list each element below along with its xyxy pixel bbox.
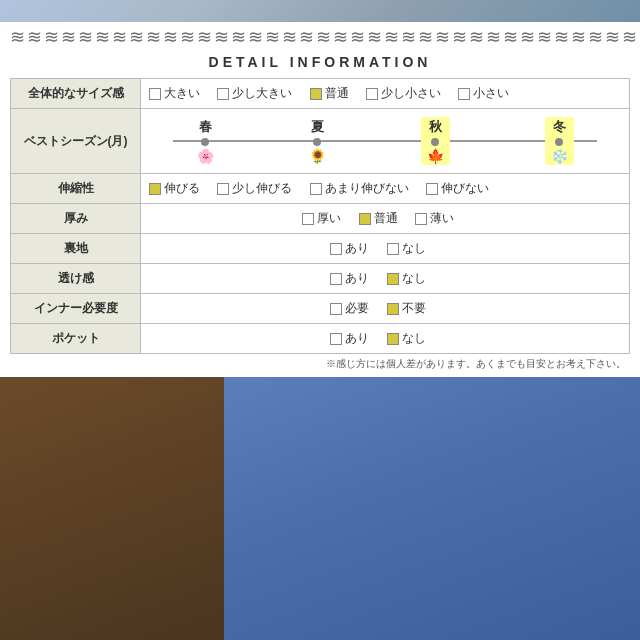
bottom-image (0, 377, 640, 640)
checkbox-empty (302, 213, 314, 225)
spring-icon: 🌸 (197, 148, 214, 164)
season-autumn: 秋 🍁 (421, 117, 450, 165)
row-content: 大きい 少し大きい 普通 少し小さい 小さい (141, 79, 630, 109)
season-winter-label: 冬 (553, 118, 566, 136)
checkbox-selected (387, 273, 399, 285)
checkbox-selected (387, 333, 399, 345)
season-autumn-label: 秋 (429, 118, 442, 136)
page-wrapper: ≋≋≋≋≋≋≋≋≋≋≋≋≋≋≋≋≋≋≋≋≋≋≋≋≋≋≋≋≋≋≋≋≋≋≋≋≋≋≋≋… (0, 0, 640, 640)
option-item: 伸びない (426, 180, 489, 197)
season-spring: 春 🌸 (197, 118, 214, 164)
option-item: 伸びる (149, 180, 200, 197)
option-item: 少し小さい (366, 85, 441, 102)
checkbox-selected (359, 213, 371, 225)
option-item: あり (330, 330, 369, 347)
summer-icon: 🌻 (309, 148, 326, 164)
section-title: DETAIL INFORMATION (10, 48, 630, 78)
table-row: 伸縮性 伸びる 少し伸びる あまり伸びない 伸びない (11, 174, 630, 204)
option-item: 不要 (387, 300, 426, 317)
checkbox-selected (149, 183, 161, 195)
row-label: 裏地 (11, 234, 141, 264)
table-row: 裏地 あり なし (11, 234, 630, 264)
season-dot (201, 138, 209, 146)
row-label: ポケット (11, 324, 141, 354)
season-dot (431, 138, 439, 146)
option-item: あまり伸びない (310, 180, 409, 197)
info-section: DETAIL INFORMATION 全体的なサイズ感 大きい 少し大きい 普通… (0, 48, 640, 377)
table-row: 全体的なサイズ感 大きい 少し大きい 普通 少し小さい 小さい (11, 79, 630, 109)
checkbox-empty (366, 88, 378, 100)
checkbox-empty (330, 273, 342, 285)
checkbox-selected (387, 303, 399, 315)
option-item: 普通 (359, 210, 398, 227)
checkbox-empty (458, 88, 470, 100)
season-timeline: 春 🌸 夏 🌻 秋 (149, 115, 621, 167)
row-label: インナー必要度 (11, 294, 141, 324)
checkbox-empty (330, 243, 342, 255)
checkbox-empty (330, 333, 342, 345)
row-content: 厚い 普通 薄い (141, 204, 630, 234)
option-item: なし (387, 240, 426, 257)
rit-area (0, 377, 173, 640)
option-item: あり (330, 270, 369, 287)
option-item: 少し伸びる (217, 180, 292, 197)
option-item: 普通 (310, 85, 349, 102)
row-label: ベストシーズン(月) (11, 109, 141, 174)
season-dot (555, 138, 563, 146)
option-item: 厚い (302, 210, 341, 227)
checkbox-empty (415, 213, 427, 225)
checkbox-selected (310, 88, 322, 100)
table-row: インナー必要度 必要 不要 (11, 294, 630, 324)
row-content: 必要 不要 (141, 294, 630, 324)
top-image-bar (0, 0, 640, 22)
option-item: なし (387, 330, 426, 347)
option-item: 小さい (458, 85, 509, 102)
table-row: ポケット あり なし (11, 324, 630, 354)
checkbox-empty (149, 88, 161, 100)
row-content: あり なし (141, 234, 630, 264)
option-item: 少し大きい (217, 85, 292, 102)
row-label: 伸縮性 (11, 174, 141, 204)
image-blue-segment (224, 377, 640, 640)
row-label: 全体的なサイズ感 (11, 79, 141, 109)
detail-table: 全体的なサイズ感 大きい 少し大きい 普通 少し小さい 小さい ベストシーズン(… (10, 78, 630, 354)
season-summer-label: 夏 (311, 118, 324, 136)
checkbox-empty (217, 183, 229, 195)
checkbox-empty (217, 88, 229, 100)
row-label: 厚み (11, 204, 141, 234)
option-item: なし (387, 270, 426, 287)
deco-border: ≋≋≋≋≋≋≋≋≋≋≋≋≋≋≋≋≋≋≋≋≋≋≋≋≋≋≋≋≋≋≋≋≋≋≋≋≋≋≋≋ (0, 22, 640, 48)
note-text: ※感じ方には個人差があります。あくまでも目安とお考え下さい。 (10, 354, 630, 373)
season-dot (313, 138, 321, 146)
checkbox-empty (330, 303, 342, 315)
season-line (173, 140, 598, 142)
autumn-icon: 🍁 (427, 148, 444, 164)
table-row: 透け感 あり なし (11, 264, 630, 294)
season-winter: 冬 ❄️ (545, 117, 574, 165)
row-content: あり なし (141, 264, 630, 294)
season-summer: 夏 🌻 (309, 118, 326, 164)
option-item: 大きい (149, 85, 200, 102)
option-item: 必要 (330, 300, 369, 317)
option-item: あり (330, 240, 369, 257)
season-row-content: 春 🌸 夏 🌻 秋 (141, 109, 630, 174)
season-spring-label: 春 (199, 118, 212, 136)
row-content: あり なし (141, 324, 630, 354)
winter-icon: ❄️ (551, 148, 568, 164)
checkbox-empty (426, 183, 438, 195)
table-row: ベストシーズン(月) 春 🌸 夏 (11, 109, 630, 174)
option-item: 薄い (415, 210, 454, 227)
checkbox-empty (387, 243, 399, 255)
row-content: 伸びる 少し伸びる あまり伸びない 伸びない (141, 174, 630, 204)
checkbox-empty (310, 183, 322, 195)
table-row: 厚み 厚い 普通 薄い (11, 204, 630, 234)
deco-line: ≋≋≋≋≋≋≋≋≋≋≋≋≋≋≋≋≋≋≋≋≋≋≋≋≋≋≋≋≋≋≋≋≋≋≋≋≋≋≋≋ (10, 28, 630, 46)
row-label: 透け感 (11, 264, 141, 294)
